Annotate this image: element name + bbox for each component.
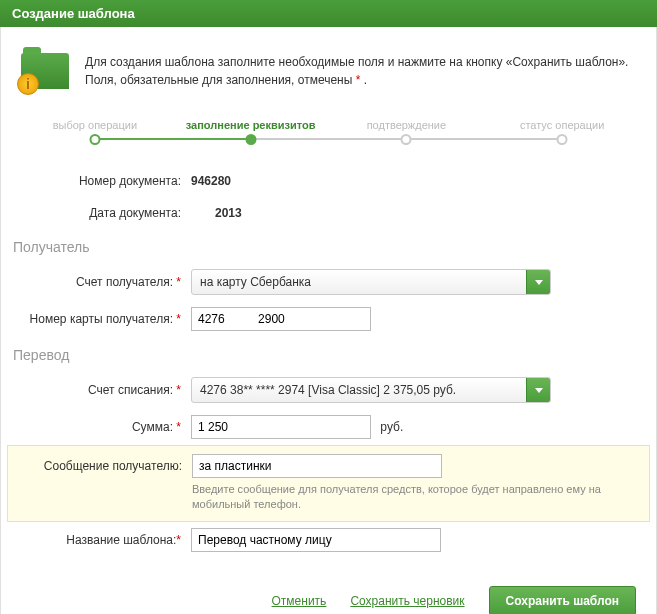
step-confirm: подтверждение bbox=[329, 119, 485, 145]
action-bar: Отменить Сохранить черновик Сохранить ша… bbox=[13, 562, 644, 614]
template-name-input[interactable] bbox=[191, 528, 441, 552]
debit-account-label: Счет списания: * bbox=[13, 383, 191, 397]
row-template-name: Название шаблона:* bbox=[13, 522, 644, 558]
save-draft-button[interactable]: Сохранить черновик bbox=[350, 594, 464, 608]
doc-number-label: Номер документа: bbox=[13, 174, 191, 188]
row-message: Сообщение получателю: Введите сообщение … bbox=[7, 445, 650, 522]
info-box: i Для создания шаблона заполните необход… bbox=[13, 39, 644, 111]
recipient-card-input[interactable] bbox=[191, 307, 371, 331]
row-doc-date: Дата документа: 2013 bbox=[13, 197, 644, 229]
doc-date-label: Дата документа: bbox=[13, 206, 191, 220]
doc-date-value: 2013 bbox=[191, 206, 644, 220]
info-line1: Для создания шаблона заполните необходим… bbox=[85, 53, 628, 71]
section-recipient: Получатель bbox=[13, 239, 644, 255]
chevron-down-icon bbox=[526, 378, 550, 402]
debit-account-select[interactable]: 4276 38** **** 2974 [Visa Classic] 2 375… bbox=[191, 377, 551, 403]
step-select-operation: выбор операции bbox=[17, 119, 173, 145]
row-doc-number: Номер документа: 946280 bbox=[13, 165, 644, 197]
message-input[interactable] bbox=[192, 454, 442, 478]
message-hint: Введите сообщение для получателя средств… bbox=[14, 482, 643, 513]
folder-template-icon: i bbox=[17, 47, 73, 95]
row-recipient-account: Счет получателя: * на карту Сбербанка bbox=[13, 263, 644, 301]
step-fill-details: заполнение реквизитов bbox=[173, 119, 329, 145]
step-status: статус операции bbox=[484, 119, 640, 145]
recipient-account-value: на карту Сбербанка bbox=[192, 275, 526, 289]
recipient-account-label: Счет получателя: * bbox=[13, 275, 191, 289]
wizard-steps: выбор операции заполнение реквизитов под… bbox=[13, 119, 644, 145]
section-transfer: Перевод bbox=[13, 347, 644, 363]
page-title: Создание шаблона bbox=[12, 6, 135, 21]
content-area: i Для создания шаблона заполните необход… bbox=[0, 27, 657, 614]
recipient-card-label: Номер карты получателя: * bbox=[13, 312, 191, 326]
save-template-button[interactable]: Сохранить шаблон bbox=[489, 586, 636, 614]
row-debit-account: Счет списания: * 4276 38** **** 2974 [Vi… bbox=[13, 371, 644, 409]
debit-account-value: 4276 38** **** 2974 [Visa Classic] 2 375… bbox=[192, 383, 526, 397]
amount-unit: руб. bbox=[380, 420, 403, 434]
info-text: Для создания шаблона заполните необходим… bbox=[85, 47, 628, 95]
page-header: Создание шаблона bbox=[0, 0, 657, 27]
template-name-label: Название шаблона:* bbox=[13, 533, 191, 547]
cancel-button[interactable]: Отменить bbox=[272, 594, 327, 608]
amount-input[interactable] bbox=[191, 415, 371, 439]
recipient-account-select[interactable]: на карту Сбербанка bbox=[191, 269, 551, 295]
info-line2: Поля, обязательные для заполнения, отмеч… bbox=[85, 71, 628, 89]
row-amount: Сумма: * руб. bbox=[13, 409, 644, 445]
row-recipient-card: Номер карты получателя: * bbox=[13, 301, 644, 337]
amount-label: Сумма: * bbox=[13, 420, 191, 434]
chevron-down-icon bbox=[526, 270, 550, 294]
message-label: Сообщение получателю: bbox=[14, 459, 192, 473]
doc-number-value: 946280 bbox=[191, 174, 644, 188]
